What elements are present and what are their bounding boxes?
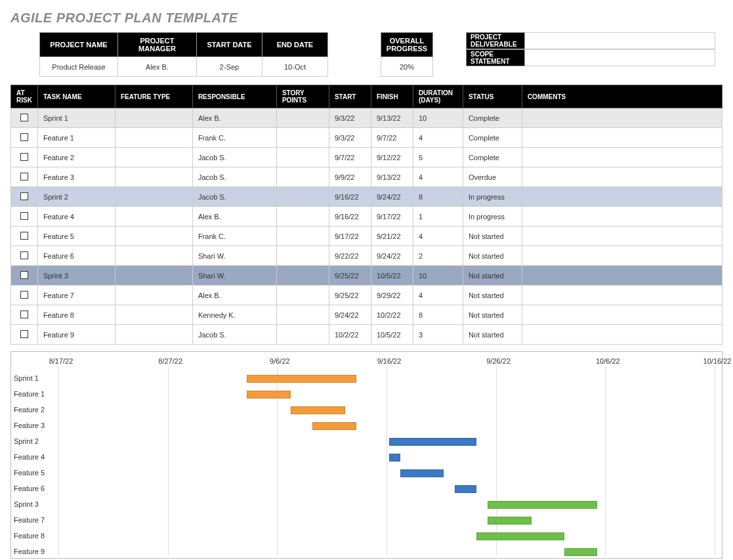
cell-start[interactable]: 9/17/22: [329, 226, 371, 246]
cell-feature[interactable]: [115, 305, 192, 325]
cell-feature[interactable]: [115, 246, 192, 266]
cell-status[interactable]: Not started: [463, 266, 522, 286]
cell-start[interactable]: 9/7/22: [329, 148, 371, 167]
cell-responsible[interactable]: Jacob S.: [192, 187, 276, 207]
cell-duration[interactable]: 4: [413, 286, 463, 305]
cell-finish[interactable]: 9/24/22: [371, 246, 413, 266]
cell-start[interactable]: 9/16/22: [329, 207, 371, 226]
cell-duration[interactable]: 1: [413, 207, 463, 226]
cell-story[interactable]: [276, 226, 329, 246]
cell-comments[interactable]: [522, 128, 722, 148]
cell-task[interactable]: Feature 5: [37, 226, 115, 246]
cell-duration[interactable]: 5: [413, 148, 463, 167]
cell-story[interactable]: [276, 148, 329, 167]
cell-duration[interactable]: 4: [413, 167, 463, 187]
cell-start[interactable]: 9/3/22: [329, 128, 371, 148]
cell-finish[interactable]: 9/21/22: [371, 226, 413, 246]
cell-status[interactable]: Not started: [463, 286, 522, 305]
cell-comments[interactable]: [522, 226, 722, 246]
cell-duration[interactable]: 10: [413, 266, 463, 286]
at-risk-checkbox[interactable]: [11, 148, 38, 167]
cell-responsible[interactable]: Jacob S.: [192, 167, 276, 187]
at-risk-checkbox[interactable]: [11, 167, 38, 187]
cell-comments[interactable]: [522, 148, 722, 167]
cell-finish[interactable]: 9/17/22: [371, 207, 413, 226]
cell-responsible[interactable]: Kennedy K.: [192, 305, 276, 325]
cell-comments[interactable]: [522, 286, 722, 305]
at-risk-checkbox[interactable]: [11, 286, 38, 305]
value-end-date[interactable]: 10-Oct: [262, 57, 328, 77]
cell-story[interactable]: [276, 128, 329, 148]
cell-task[interactable]: Sprint 1: [37, 108, 115, 128]
cell-feature[interactable]: [115, 226, 192, 246]
cell-story[interactable]: [276, 207, 329, 226]
value-deliverable[interactable]: [525, 32, 715, 49]
cell-comments[interactable]: [522, 305, 722, 325]
cell-status[interactable]: Not started: [463, 305, 522, 325]
cell-finish[interactable]: 9/24/22: [371, 187, 413, 207]
cell-status[interactable]: Not started: [463, 246, 522, 266]
cell-start[interactable]: 9/22/22: [329, 246, 371, 266]
cell-status[interactable]: In progress: [463, 187, 522, 207]
at-risk-checkbox[interactable]: [11, 246, 38, 266]
cell-finish[interactable]: 9/29/22: [371, 286, 413, 305]
cell-comments[interactable]: [522, 207, 722, 226]
cell-feature[interactable]: [115, 187, 192, 207]
value-project-name[interactable]: Product Release: [39, 57, 118, 77]
cell-start[interactable]: 9/25/22: [329, 286, 371, 305]
cell-start[interactable]: 9/25/22: [329, 266, 371, 286]
cell-feature[interactable]: [115, 167, 192, 187]
cell-story[interactable]: [276, 266, 329, 286]
cell-task[interactable]: Sprint 2: [37, 187, 115, 207]
cell-duration[interactable]: 8: [413, 305, 463, 325]
cell-duration[interactable]: 8: [413, 187, 463, 207]
cell-status[interactable]: Complete: [463, 148, 522, 167]
cell-task[interactable]: Feature 9: [37, 325, 115, 345]
cell-responsible[interactable]: Jacob S.: [192, 148, 276, 167]
cell-duration[interactable]: 4: [413, 226, 463, 246]
cell-responsible[interactable]: Alex B.: [192, 207, 276, 226]
cell-responsible[interactable]: Shari W.: [192, 246, 276, 266]
cell-task[interactable]: Sprint 3: [37, 266, 115, 286]
cell-finish[interactable]: 9/12/22: [371, 148, 413, 167]
cell-finish[interactable]: 9/13/22: [371, 167, 413, 187]
cell-duration[interactable]: 4: [413, 128, 463, 148]
cell-task[interactable]: Feature 7: [37, 286, 115, 305]
cell-comments[interactable]: [522, 187, 722, 207]
cell-task[interactable]: Feature 4: [37, 207, 115, 226]
cell-status[interactable]: Not started: [463, 325, 522, 345]
cell-finish[interactable]: 9/7/22: [371, 128, 413, 148]
cell-feature[interactable]: [115, 148, 192, 167]
value-project-manager[interactable]: Alex B.: [118, 57, 197, 77]
cell-comments[interactable]: [522, 246, 722, 266]
cell-story[interactable]: [276, 325, 329, 345]
cell-finish[interactable]: 10/5/22: [371, 266, 413, 286]
at-risk-checkbox[interactable]: [11, 108, 38, 128]
cell-status[interactable]: In progress: [463, 207, 522, 226]
cell-start[interactable]: 9/16/22: [329, 187, 371, 207]
cell-comments[interactable]: [522, 108, 722, 128]
cell-status[interactable]: Overdue: [463, 167, 522, 187]
cell-feature[interactable]: [115, 108, 192, 128]
cell-status[interactable]: Complete: [463, 128, 522, 148]
cell-start[interactable]: 10/2/22: [329, 325, 371, 345]
cell-feature[interactable]: [115, 325, 192, 345]
at-risk-checkbox[interactable]: [11, 187, 38, 207]
cell-story[interactable]: [276, 246, 329, 266]
cell-feature[interactable]: [115, 266, 192, 286]
cell-comments[interactable]: [522, 325, 722, 345]
cell-comments[interactable]: [522, 167, 722, 187]
cell-start[interactable]: 9/9/22: [329, 167, 371, 187]
cell-story[interactable]: [276, 108, 329, 128]
cell-duration[interactable]: 3: [413, 325, 463, 345]
cell-task[interactable]: Feature 1: [37, 128, 115, 148]
at-risk-checkbox[interactable]: [11, 207, 38, 226]
cell-finish[interactable]: 10/2/22: [371, 305, 413, 325]
cell-start[interactable]: 9/24/22: [329, 305, 371, 325]
value-start-date[interactable]: 2-Sep: [197, 57, 262, 77]
cell-duration[interactable]: 2: [413, 246, 463, 266]
cell-responsible[interactable]: Alex B.: [192, 108, 276, 128]
cell-status[interactable]: Not started: [463, 226, 522, 246]
cell-story[interactable]: [276, 305, 329, 325]
cell-feature[interactable]: [115, 286, 192, 305]
